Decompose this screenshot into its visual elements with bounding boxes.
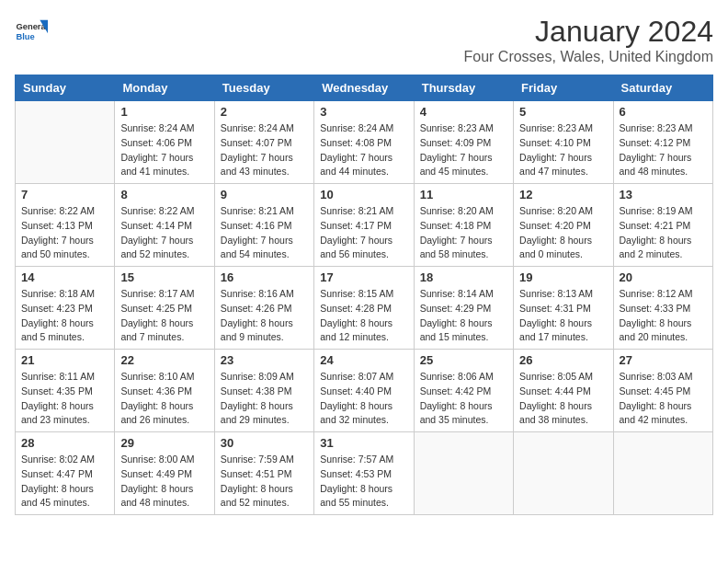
calendar-week-row: 28Sunrise: 8:02 AMSunset: 4:47 PMDayligh… xyxy=(16,432,713,515)
calendar-day-cell: 18Sunrise: 8:14 AMSunset: 4:29 PMDayligh… xyxy=(414,267,513,350)
day-info: Sunrise: 8:23 AMSunset: 4:10 PMDaylight:… xyxy=(519,121,607,179)
calendar-day-cell: 22Sunrise: 8:10 AMSunset: 4:36 PMDayligh… xyxy=(115,350,214,432)
day-info: Sunrise: 8:00 AMSunset: 4:49 PMDaylight:… xyxy=(120,453,208,511)
day-info: Sunrise: 8:03 AMSunset: 4:45 PMDaylight:… xyxy=(620,370,707,428)
weekday-header-friday: Friday xyxy=(514,75,613,101)
day-info: Sunrise: 8:24 AMSunset: 4:06 PMDaylight:… xyxy=(120,121,208,179)
day-number: 3 xyxy=(320,105,407,119)
calendar-day-cell: 4Sunrise: 8:23 AMSunset: 4:09 PMDaylight… xyxy=(414,101,513,184)
day-number: 14 xyxy=(21,270,108,284)
calendar-day-cell: 8Sunrise: 8:22 AMSunset: 4:14 PMDaylight… xyxy=(115,184,214,267)
day-info: Sunrise: 8:20 AMSunset: 4:18 PMDaylight:… xyxy=(420,204,507,262)
day-info: Sunrise: 8:21 AMSunset: 4:17 PMDaylight:… xyxy=(320,204,407,262)
calendar-week-row: 1Sunrise: 8:24 AMSunset: 4:06 PMDaylight… xyxy=(16,101,713,184)
calendar-day-cell: 23Sunrise: 8:09 AMSunset: 4:38 PMDayligh… xyxy=(214,350,313,432)
day-info: Sunrise: 7:57 AMSunset: 4:53 PMDaylight:… xyxy=(320,453,407,511)
svg-text:Blue: Blue xyxy=(16,32,34,41)
calendar-day-cell: 31Sunrise: 7:57 AMSunset: 4:53 PMDayligh… xyxy=(314,432,414,515)
day-number: 19 xyxy=(519,270,607,284)
calendar-day-cell: 20Sunrise: 8:12 AMSunset: 4:33 PMDayligh… xyxy=(613,267,712,350)
calendar-day-cell: 2Sunrise: 8:24 AMSunset: 4:07 PMDaylight… xyxy=(214,101,313,184)
calendar-day-cell: 21Sunrise: 8:11 AMSunset: 4:35 PMDayligh… xyxy=(16,350,115,432)
calendar-day-cell xyxy=(514,432,613,515)
weekday-header-sunday: Sunday xyxy=(16,75,115,101)
calendar-day-cell: 26Sunrise: 8:05 AMSunset: 4:44 PMDayligh… xyxy=(514,350,613,432)
weekday-header-thursday: Thursday xyxy=(414,75,513,101)
calendar-day-cell: 19Sunrise: 8:13 AMSunset: 4:31 PMDayligh… xyxy=(514,267,613,350)
weekday-header-wednesday: Wednesday xyxy=(314,75,414,101)
day-number: 8 xyxy=(120,188,208,201)
day-info: Sunrise: 8:18 AMSunset: 4:23 PMDaylight:… xyxy=(21,287,108,345)
calendar-day-cell: 7Sunrise: 8:22 AMSunset: 4:13 PMDaylight… xyxy=(16,184,115,267)
day-number: 11 xyxy=(420,188,507,201)
calendar-week-row: 14Sunrise: 8:18 AMSunset: 4:23 PMDayligh… xyxy=(16,267,713,350)
calendar-day-cell xyxy=(414,432,513,515)
calendar-day-cell: 27Sunrise: 8:03 AMSunset: 4:45 PMDayligh… xyxy=(613,350,712,432)
calendar-day-cell: 10Sunrise: 8:21 AMSunset: 4:17 PMDayligh… xyxy=(314,184,414,267)
day-info: Sunrise: 8:11 AMSunset: 4:35 PMDaylight:… xyxy=(21,370,108,428)
day-info: Sunrise: 8:02 AMSunset: 4:47 PMDaylight:… xyxy=(21,453,108,511)
calendar-week-row: 21Sunrise: 8:11 AMSunset: 4:35 PMDayligh… xyxy=(16,350,713,432)
calendar-day-cell: 15Sunrise: 8:17 AMSunset: 4:25 PMDayligh… xyxy=(115,267,214,350)
day-info: Sunrise: 8:10 AMSunset: 4:36 PMDaylight:… xyxy=(120,370,208,428)
day-number: 21 xyxy=(21,353,108,367)
day-number: 4 xyxy=(420,105,507,119)
calendar-day-cell: 17Sunrise: 8:15 AMSunset: 4:28 PMDayligh… xyxy=(314,267,414,350)
day-info: Sunrise: 8:22 AMSunset: 4:14 PMDaylight:… xyxy=(120,204,208,262)
weekday-header-row: SundayMondayTuesdayWednesdayThursdayFrid… xyxy=(16,75,713,101)
day-info: Sunrise: 8:20 AMSunset: 4:20 PMDaylight:… xyxy=(519,204,607,262)
day-info: Sunrise: 8:15 AMSunset: 4:28 PMDaylight:… xyxy=(320,287,407,345)
day-number: 12 xyxy=(519,188,607,201)
day-info: Sunrise: 8:14 AMSunset: 4:29 PMDaylight:… xyxy=(420,287,507,345)
day-number: 25 xyxy=(420,353,507,367)
calendar-day-cell: 30Sunrise: 7:59 AMSunset: 4:51 PMDayligh… xyxy=(214,432,313,515)
day-info: Sunrise: 8:17 AMSunset: 4:25 PMDaylight:… xyxy=(120,287,208,345)
day-info: Sunrise: 7:59 AMSunset: 4:51 PMDaylight:… xyxy=(221,453,308,511)
day-number: 17 xyxy=(320,270,407,284)
calendar-day-cell: 16Sunrise: 8:16 AMSunset: 4:26 PMDayligh… xyxy=(214,267,313,350)
day-number: 7 xyxy=(21,188,108,201)
logo: General Blue xyxy=(15,15,48,48)
day-info: Sunrise: 8:07 AMSunset: 4:40 PMDaylight:… xyxy=(320,370,407,428)
calendar-day-cell: 13Sunrise: 8:19 AMSunset: 4:21 PMDayligh… xyxy=(613,184,712,267)
day-info: Sunrise: 8:16 AMSunset: 4:26 PMDaylight:… xyxy=(221,287,308,345)
day-info: Sunrise: 8:24 AMSunset: 4:07 PMDaylight:… xyxy=(221,121,308,179)
day-info: Sunrise: 8:09 AMSunset: 4:38 PMDaylight:… xyxy=(221,370,308,428)
weekday-header-tuesday: Tuesday xyxy=(214,75,313,101)
day-number: 18 xyxy=(420,270,507,284)
day-number: 31 xyxy=(320,436,407,450)
day-info: Sunrise: 8:22 AMSunset: 4:13 PMDaylight:… xyxy=(21,204,108,262)
location-title: Four Crosses, Wales, United Kingdom xyxy=(463,49,713,65)
calendar-day-cell xyxy=(16,101,115,184)
day-info: Sunrise: 8:19 AMSunset: 4:21 PMDaylight:… xyxy=(620,204,707,262)
calendar-day-cell: 5Sunrise: 8:23 AMSunset: 4:10 PMDaylight… xyxy=(514,101,613,184)
day-number: 28 xyxy=(21,436,108,450)
calendar-day-cell: 3Sunrise: 8:24 AMSunset: 4:08 PMDaylight… xyxy=(314,101,414,184)
calendar-day-cell: 12Sunrise: 8:20 AMSunset: 4:20 PMDayligh… xyxy=(514,184,613,267)
day-info: Sunrise: 8:23 AMSunset: 4:12 PMDaylight:… xyxy=(620,121,707,179)
day-number: 13 xyxy=(620,188,707,201)
calendar-week-row: 7Sunrise: 8:22 AMSunset: 4:13 PMDaylight… xyxy=(16,184,713,267)
day-info: Sunrise: 8:05 AMSunset: 4:44 PMDaylight:… xyxy=(519,370,607,428)
day-number: 16 xyxy=(221,270,308,284)
day-number: 29 xyxy=(120,436,208,450)
day-number: 2 xyxy=(221,105,308,119)
day-number: 23 xyxy=(221,353,308,367)
calendar-day-cell: 14Sunrise: 8:18 AMSunset: 4:23 PMDayligh… xyxy=(16,267,115,350)
calendar-day-cell: 9Sunrise: 8:21 AMSunset: 4:16 PMDaylight… xyxy=(214,184,313,267)
day-number: 20 xyxy=(620,270,707,284)
calendar-day-cell: 11Sunrise: 8:20 AMSunset: 4:18 PMDayligh… xyxy=(414,184,513,267)
day-number: 30 xyxy=(221,436,308,450)
calendar-table: SundayMondayTuesdayWednesdayThursdayFrid… xyxy=(15,75,713,515)
day-info: Sunrise: 8:23 AMSunset: 4:09 PMDaylight:… xyxy=(420,121,507,179)
day-number: 22 xyxy=(120,353,208,367)
calendar-day-cell: 6Sunrise: 8:23 AMSunset: 4:12 PMDaylight… xyxy=(613,101,712,184)
day-number: 27 xyxy=(620,353,707,367)
day-number: 26 xyxy=(519,353,607,367)
day-number: 5 xyxy=(519,105,607,119)
title-area: January 2024 Four Crosses, Wales, United… xyxy=(463,15,713,65)
day-number: 24 xyxy=(320,353,407,367)
month-title: January 2024 xyxy=(463,15,713,49)
day-number: 6 xyxy=(620,105,707,119)
calendar-day-cell: 28Sunrise: 8:02 AMSunset: 4:47 PMDayligh… xyxy=(16,432,115,515)
